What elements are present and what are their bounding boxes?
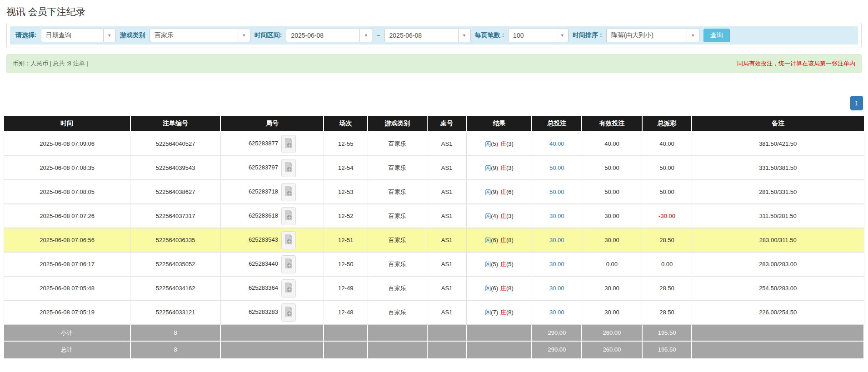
cell-round-no: 625283543 bbox=[220, 228, 324, 252]
cell-payout: 0.00 bbox=[642, 252, 692, 276]
filter-panel: 请选择: 日期查询 ▼ 游戏类别 百家乐 ▼ 时间区间: 2025-06-08 … bbox=[6, 23, 862, 48]
table-header: 时间 注单编号 局号 场次 游戏类别 桌号 结果 总投注 有效投注 总派彩 备注 bbox=[4, 116, 864, 132]
total-payout: 195.50 bbox=[642, 341, 692, 358]
video-replay-button[interactable] bbox=[281, 135, 296, 153]
cell-order-no: 522564033121 bbox=[130, 300, 221, 324]
cell-total-bet: 50.00 bbox=[532, 156, 582, 180]
cell-game-type: 百家乐 bbox=[368, 252, 427, 276]
query-mode-select[interactable]: 日期查询 ▼ bbox=[41, 29, 116, 42]
result-player-score: (7) bbox=[491, 309, 498, 316]
total-bet-link[interactable]: 30.00 bbox=[549, 285, 564, 292]
cell-total-bet: 40.00 bbox=[532, 132, 582, 156]
date-from-select[interactable]: 2025-06-08 ▼ bbox=[286, 29, 372, 42]
cell-table-no: AS1 bbox=[427, 228, 467, 252]
cell-time: 2025-06-08 07:08:05 bbox=[4, 180, 130, 204]
cell-note: 283.00/283.00 bbox=[692, 252, 864, 276]
total-bet-link[interactable]: 30.00 bbox=[549, 213, 564, 219]
video-replay-button[interactable] bbox=[281, 207, 296, 225]
cell-round-no: 625283877 bbox=[220, 132, 324, 156]
subtotal-label: 小计 bbox=[4, 324, 130, 341]
summary-currency-count: 币别：人民币 | 总共 :8 注单 | bbox=[13, 60, 88, 68]
cell-round-no: 625283283 bbox=[220, 300, 324, 324]
table-row: 2025-06-08 07:08:35 522564039543 6252837… bbox=[4, 156, 864, 180]
total-bet-link[interactable]: 50.00 bbox=[549, 188, 564, 195]
date-from-value: 2025-06-08 bbox=[286, 32, 328, 39]
page-title: 视讯 会员下注纪录 bbox=[6, 5, 862, 18]
cell-note: 281.50/331.50 bbox=[692, 180, 864, 204]
cell-total-bet: 30.00 bbox=[532, 228, 582, 252]
cell-order-no: 522564037317 bbox=[130, 204, 221, 228]
total-bet-link[interactable]: 50.00 bbox=[549, 164, 564, 171]
total-bet-link[interactable]: 30.00 bbox=[549, 309, 564, 316]
cell-session: 12-49 bbox=[324, 276, 368, 300]
cell-payout: 28.50 bbox=[642, 276, 692, 300]
result-banker-label: 庄 bbox=[500, 309, 506, 316]
footer-empty-cell bbox=[220, 341, 324, 358]
round-number: 625283618 bbox=[249, 212, 278, 219]
footer-empty-cell bbox=[220, 324, 324, 341]
cell-table-no: AS1 bbox=[427, 132, 467, 156]
bet-records-table-wrap: 时间 注单编号 局号 场次 游戏类别 桌号 结果 总投注 有效投注 总派彩 备注… bbox=[4, 116, 864, 358]
date-range-tilde: ~ bbox=[376, 32, 380, 39]
footer-empty-cell bbox=[467, 324, 532, 341]
film-icon bbox=[284, 210, 293, 222]
cell-time: 2025-06-08 07:05:48 bbox=[4, 276, 130, 300]
video-replay-button[interactable] bbox=[281, 303, 296, 322]
footer-empty-cell bbox=[324, 341, 368, 358]
chevron-down-icon: ▼ bbox=[556, 29, 568, 42]
sort-order-select[interactable]: 降冪(由大到小) ▼ bbox=[606, 29, 699, 42]
cell-payout: -30.00 bbox=[642, 204, 692, 228]
cell-note: 381.50/421.50 bbox=[692, 132, 864, 156]
video-replay-button[interactable] bbox=[281, 159, 296, 177]
header-round-no: 局号 bbox=[220, 116, 324, 132]
result-player-label: 闲 bbox=[485, 140, 491, 147]
table-row: 2025-06-08 07:07:26 522564037317 6252836… bbox=[4, 204, 864, 228]
video-replay-button[interactable] bbox=[281, 183, 296, 201]
cell-round-no: 625283618 bbox=[220, 204, 324, 228]
date-to-value: 2025-06-08 bbox=[385, 32, 427, 39]
cell-order-no: 522564035052 bbox=[130, 252, 221, 276]
cell-table-no: AS1 bbox=[427, 180, 467, 204]
round-number: 625283797 bbox=[249, 164, 278, 171]
header-game-type: 游戏类别 bbox=[368, 116, 427, 132]
cell-round-no: 625283364 bbox=[220, 276, 324, 300]
result-player-score: (9) bbox=[491, 164, 498, 171]
header-table-no: 桌号 bbox=[427, 116, 467, 132]
subtotal-valid-bet: 260.00 bbox=[582, 324, 642, 341]
page-size-select[interactable]: 100 ▼ bbox=[508, 29, 569, 42]
film-icon bbox=[284, 258, 293, 270]
cell-valid-bet: 50.00 bbox=[582, 180, 642, 204]
total-bet-link[interactable]: 30.00 bbox=[549, 237, 564, 243]
cell-result: 闲(7)庄(8) bbox=[467, 300, 532, 324]
cell-total-bet: 30.00 bbox=[532, 276, 582, 300]
cell-time: 2025-06-08 07:06:56 bbox=[4, 228, 130, 252]
total-bet-link[interactable]: 40.00 bbox=[549, 140, 564, 147]
film-icon bbox=[284, 186, 293, 198]
cell-game-type: 百家乐 bbox=[368, 300, 427, 324]
game-type-select[interactable]: 百家乐 ▼ bbox=[150, 29, 250, 42]
subtotal-payout: 195.50 bbox=[642, 324, 692, 341]
table-row: 2025-06-08 07:09:06 522564040527 6252838… bbox=[4, 132, 864, 156]
total-count: 8 bbox=[130, 341, 221, 358]
video-replay-button[interactable] bbox=[281, 279, 296, 298]
cell-note: 283.00/311.50 bbox=[692, 228, 864, 252]
cell-game-type: 百家乐 bbox=[368, 276, 427, 300]
cell-total-bet: 30.00 bbox=[532, 300, 582, 324]
result-banker-score: (3) bbox=[506, 213, 514, 219]
cell-game-type: 百家乐 bbox=[368, 156, 427, 180]
result-player-score: (9) bbox=[491, 188, 498, 195]
search-button[interactable]: 查询 bbox=[703, 29, 730, 42]
date-to-select[interactable]: 2025-06-08 ▼ bbox=[384, 29, 471, 42]
result-banker-score: (8) bbox=[506, 309, 514, 316]
cell-order-no: 522564040527 bbox=[130, 132, 221, 156]
cell-note: 226.00/254.50 bbox=[692, 300, 864, 324]
video-replay-button[interactable] bbox=[281, 231, 296, 249]
cell-session: 12-52 bbox=[324, 204, 368, 228]
result-banker-score: (3) bbox=[506, 140, 514, 147]
result-banker-score: (8) bbox=[506, 285, 514, 292]
cell-valid-bet: 30.00 bbox=[582, 204, 642, 228]
total-bet-link[interactable]: 30.00 bbox=[549, 261, 564, 268]
header-payout: 总派彩 bbox=[642, 116, 692, 132]
page-button-1[interactable]: 1 bbox=[850, 96, 863, 110]
video-replay-button[interactable] bbox=[281, 255, 296, 273]
